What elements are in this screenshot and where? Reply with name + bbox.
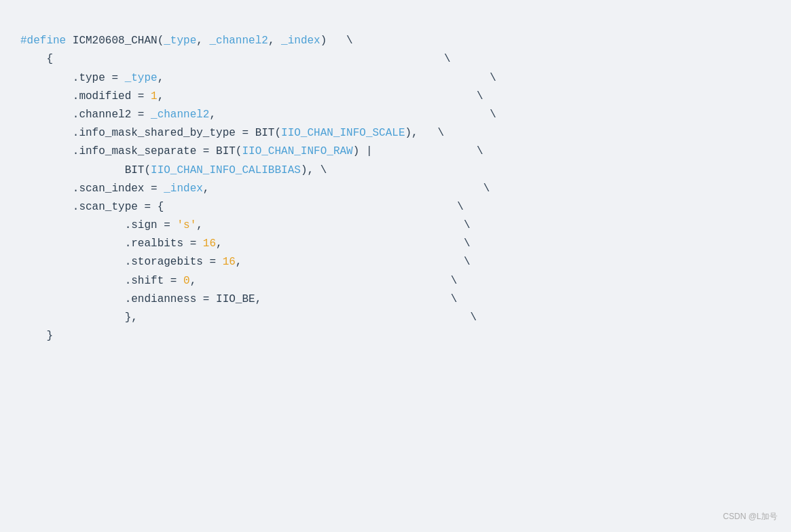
line-7: .info_mask_separate = BIT(IIO_CHAN_INFO_… [20, 145, 483, 157]
line-3: .type = _type, \ [20, 72, 496, 84]
line-13: .storagebits = 16, \ [20, 256, 471, 268]
val-sign: 's' [177, 219, 196, 231]
line-1: #define ICM20608_CHAN(_type, _channel2, … [20, 35, 353, 47]
keyword-define: #define [20, 35, 73, 47]
watermark: CSDN @L加号 [723, 511, 777, 522]
val-realbits: 16 [203, 238, 216, 250]
line-14: .shift = 0, \ [20, 275, 457, 287]
line-15: .endianness = IIO_BE, \ [20, 293, 457, 305]
val-modified: 1 [151, 90, 158, 102]
line-16: }, \ [20, 311, 477, 324]
param-channel2: _channel2 [209, 35, 268, 47]
val-info-mask-shared: IIO_CHAN_INFO_SCALE [281, 127, 405, 139]
val-storagebits: 16 [223, 256, 236, 268]
line-2: { \ [20, 53, 451, 65]
param-type: _type [164, 35, 196, 47]
val-scan-index: _index [164, 183, 203, 195]
line-17: } [20, 330, 53, 342]
val-calibbias: IIO_CHAN_INFO_CALIBBIAS [151, 164, 301, 176]
line-9: .scan_index = _index, \ [20, 183, 490, 195]
line-6: .info_mask_shared_by_type = BIT(IIO_CHAN… [20, 127, 444, 139]
macro-name: ICM20608_CHAN( [73, 35, 164, 47]
line-5: .channel2 = _channel2, \ [20, 109, 496, 121]
line-12: .realbits = 16, \ [20, 238, 471, 250]
val-channel2: _channel2 [151, 109, 209, 121]
line-4: .modified = 1, \ [20, 90, 483, 102]
line-8: BIT(IIO_CHAN_INFO_CALIBBIAS), \ [20, 164, 327, 176]
line-10: .scan_type = { \ [20, 201, 464, 213]
line-11: .sign = 's', \ [20, 219, 471, 231]
val-info-mask-raw: IIO_CHAN_INFO_RAW [242, 145, 352, 157]
val-shift: 0 [183, 275, 190, 287]
val-type: _type [125, 72, 158, 84]
code-container: #define ICM20608_CHAN(_type, _channel2, … [0, 0, 791, 532]
code-block: #define ICM20608_CHAN(_type, _channel2, … [20, 14, 771, 364]
param-index: _index [281, 35, 320, 47]
